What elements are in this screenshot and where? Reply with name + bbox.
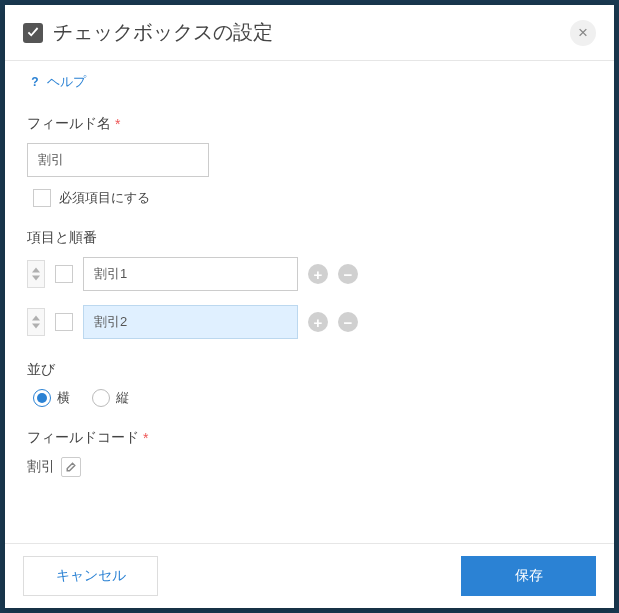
option-checkbox[interactable] [55,265,73,283]
orientation-label: 並び [27,361,592,379]
option-row: + − [27,305,592,339]
dialog-header: チェックボックスの設定 × [5,5,614,61]
radio-label: 縦 [116,389,129,407]
save-button-label: 保存 [515,567,543,585]
save-button[interactable]: 保存 [461,556,596,596]
option-row: + − [27,257,592,291]
radio-label: 横 [57,389,70,407]
plus-icon: + [314,315,323,330]
remove-option-button[interactable]: − [338,312,358,332]
option-input[interactable] [83,257,298,291]
required-checkbox[interactable] [33,189,51,207]
help-link[interactable]: ? ヘルプ [27,73,86,91]
drag-handle-icon[interactable] [27,308,45,336]
minus-icon: − [344,267,353,282]
close-icon: × [578,23,588,43]
drag-handle-icon[interactable] [27,260,45,288]
dialog-footer: キャンセル 保存 [5,543,614,608]
required-star: * [115,116,120,132]
options-group: 項目と順番 + − [27,229,592,339]
required-checkbox-row[interactable]: 必須項目にする [33,189,592,207]
cancel-button[interactable]: キャンセル [23,556,158,596]
edit-field-code-button[interactable] [61,457,81,477]
field-name-group: フィールド名 * 必須項目にする [27,115,592,207]
radio-icon [33,389,51,407]
remove-option-button[interactable]: − [338,264,358,284]
option-checkbox[interactable] [55,313,73,331]
field-code-label: フィールドコード [27,429,139,447]
orientation-radio-vertical[interactable]: 縦 [92,389,129,407]
options-label: 項目と順番 [27,229,592,247]
field-code-group: フィールドコード * 割引 [27,429,592,477]
field-name-label-row: フィールド名 * [27,115,592,133]
field-code-row: 割引 [27,457,592,477]
required-checkbox-label: 必須項目にする [59,189,150,207]
checkbox-icon [23,23,43,43]
dialog-body: ? ヘルプ フィールド名 * 必須項目にする 項目と順番 [5,61,614,543]
field-code-label-row: フィールドコード * [27,429,592,447]
help-icon: ? [27,74,43,90]
option-input[interactable] [83,305,298,339]
field-name-input[interactable] [27,143,209,177]
required-star: * [143,430,148,446]
add-option-button[interactable]: + [308,264,328,284]
add-option-button[interactable]: + [308,312,328,332]
field-name-label: フィールド名 [27,115,111,133]
help-label: ヘルプ [47,73,86,91]
radio-icon [92,389,110,407]
options-list: + − + − [27,257,592,339]
orientation-group: 並び 横 縦 [27,361,592,407]
checkbox-settings-dialog: チェックボックスの設定 × ? ヘルプ フィールド名 * 必須項目にする 項目と… [5,5,614,608]
dialog-title: チェックボックスの設定 [53,19,570,46]
orientation-radio-horizontal[interactable]: 横 [33,389,70,407]
cancel-button-label: キャンセル [56,567,126,585]
field-code-value: 割引 [27,458,55,476]
minus-icon: − [344,315,353,330]
close-button[interactable]: × [570,20,596,46]
orientation-radio-row: 横 縦 [33,389,592,407]
plus-icon: + [314,267,323,282]
pencil-icon [65,461,77,473]
